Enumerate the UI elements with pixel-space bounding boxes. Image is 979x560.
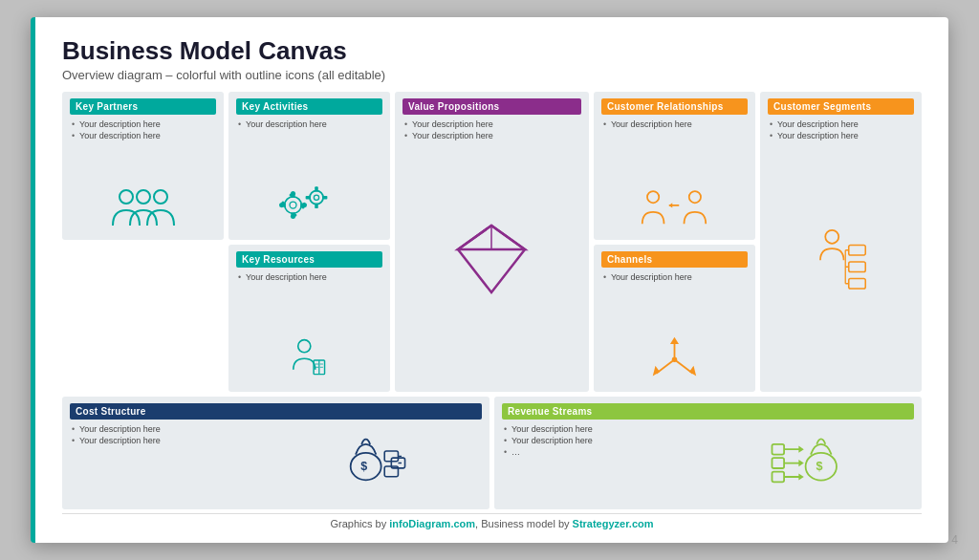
channels-body: Your description here: [601, 272, 748, 386]
key-resources-header: Key Resources: [236, 251, 382, 268]
svg-point-49: [672, 357, 677, 362]
key-partners-body: Your description here Your description h…: [70, 119, 216, 233]
cost-structure-header: Cost Structure: [70, 403, 482, 420]
cust-rel-icon-area: [601, 131, 748, 233]
revenue-bullet-2: Your description here: [502, 436, 708, 445]
cust-seg-body: Your description here Your description h…: [768, 119, 914, 385]
cell-cust-rel: Customer Relationships Your description …: [594, 92, 755, 240]
svg-rect-15: [315, 186, 318, 191]
revenue-bullet-3: …: [502, 447, 708, 457]
slide-subtitle: Overview diagram – colorful with outline…: [62, 68, 922, 82]
revenue-bullet-1: Your description here: [502, 424, 708, 434]
svg-point-24: [647, 191, 659, 203]
page-number: 4: [951, 533, 958, 547]
slide-title: Business Model Canvas: [62, 36, 922, 66]
revenue-icon: $: [768, 424, 854, 486]
cell-key-partners: Key Partners Your description here Your …: [62, 92, 224, 240]
svg-rect-18: [322, 195, 327, 199]
cust-seg-icon-area: [768, 142, 914, 385]
cust-rel-header: Customer Relationships: [601, 98, 748, 115]
revenue-body: Your description here Your description h…: [502, 424, 914, 503]
value-prop-title: Value Propositions: [408, 101, 499, 112]
svg-point-0: [120, 190, 133, 204]
cell-key-activities: Key Activities Your description here: [228, 92, 390, 240]
value-prop-header: Value Propositions: [402, 98, 581, 115]
resources-icon: [281, 338, 338, 381]
svg-rect-57: [772, 444, 785, 455]
key-partners-bullet-1: Your description here: [70, 119, 216, 129]
cost-structure-bullet-1: Your description here: [70, 424, 276, 434]
key-partners-title: Key Partners: [76, 101, 138, 112]
key-activities-bullets: Your description here: [236, 119, 382, 131]
key-partners-bullets: Your description here Your description h…: [70, 119, 216, 142]
channels-header: Channels: [601, 251, 748, 268]
cell-revenue-streams: Revenue Streams Your description here Yo…: [494, 397, 922, 509]
key-activities-body: Your description here: [236, 119, 382, 233]
svg-point-14: [314, 195, 318, 200]
bottom-row: Cost Structure Your description here You…: [62, 397, 922, 509]
people-icon: [109, 183, 178, 229]
svg-marker-48: [689, 366, 696, 377]
cost-icon: $: [340, 424, 417, 486]
cust-seg-bullets: Your description here Your description h…: [768, 119, 914, 142]
cost-structure-body: Your description here Your description h…: [70, 424, 482, 503]
cost-structure-icon-area: $: [276, 424, 483, 486]
svg-rect-29: [849, 246, 866, 256]
svg-point-1: [137, 190, 150, 204]
cust-seg-header: Customer Segments: [768, 98, 914, 115]
revenue-icon-area: $: [708, 424, 915, 486]
value-prop-bullet-1: Your description here: [402, 119, 581, 129]
svg-marker-44: [670, 337, 679, 344]
svg-point-4: [290, 202, 296, 208]
svg-rect-17: [305, 195, 310, 199]
revenue-header: Revenue Streams: [502, 403, 914, 420]
key-activities-header: Key Activities: [236, 98, 382, 115]
cust-seg-title: Customer Segments: [773, 101, 871, 112]
key-resources-bullet-1: Your description here: [236, 272, 382, 282]
cost-structure-title: Cost Structure: [76, 406, 146, 417]
key-activities-icon-area: [236, 131, 382, 233]
svg-rect-30: [849, 262, 866, 272]
slide-header: Business Model Canvas Overview diagram –…: [62, 36, 922, 82]
svg-point-36: [297, 340, 310, 353]
svg-text:$: $: [816, 460, 823, 473]
cust-rel-body: Your description here: [601, 119, 748, 233]
svg-point-3: [284, 196, 301, 213]
svg-rect-58: [772, 458, 785, 468]
svg-marker-46: [653, 366, 660, 377]
cell-channels: Channels Your description here: [594, 245, 755, 393]
cell-value-prop: Value Propositions Your description here…: [395, 92, 589, 392]
customer-rel-icon: [641, 186, 707, 229]
svg-rect-59: [772, 472, 785, 483]
svg-marker-65: [799, 473, 804, 480]
key-partners-header: Key Partners: [70, 98, 216, 115]
svg-point-13: [310, 190, 323, 204]
cust-seg-bullet-1: Your description here: [768, 119, 914, 129]
channels-bullet-1: Your description here: [601, 272, 748, 282]
channels-icon: [643, 334, 706, 381]
cust-rel-bullet-1: Your description here: [601, 119, 748, 129]
cust-rel-bullets: Your description here: [601, 119, 748, 131]
value-prop-bullets: Your description here Your description h…: [402, 119, 581, 142]
cost-structure-bullet-2: Your description here: [70, 436, 276, 445]
cell-cust-seg: Customer Segments Your description here …: [760, 92, 922, 392]
canvas-grid: Key Partners Your description here Your …: [62, 92, 922, 392]
value-prop-bullet-2: Your description here: [402, 131, 581, 140]
value-prop-icon-area: [402, 142, 581, 385]
cust-seg-bullet-2: Your description here: [768, 131, 914, 140]
key-activities-bullet-1: Your description here: [236, 119, 382, 129]
slide: Business Model Canvas Overview diagram –…: [31, 17, 948, 543]
svg-marker-27: [669, 203, 673, 207]
key-partners-icon-area: [70, 142, 216, 233]
revenue-bullets: Your description here Your description h…: [502, 424, 708, 457]
slide-footer: Graphics by infoDiagram.com, Business mo…: [62, 513, 922, 529]
gears-icon: [276, 182, 343, 229]
key-partners-bullet-2: Your description here: [70, 131, 216, 140]
cust-rel-title: Customer Relationships: [607, 101, 724, 112]
value-prop-body: Your description here Your description h…: [402, 119, 581, 385]
key-resources-body: Your description here: [236, 272, 382, 386]
svg-point-28: [826, 230, 839, 244]
key-resources-title: Key Resources: [242, 254, 315, 265]
footer-brand2: Strategyzer.com: [573, 518, 654, 529]
svg-point-25: [689, 191, 701, 203]
